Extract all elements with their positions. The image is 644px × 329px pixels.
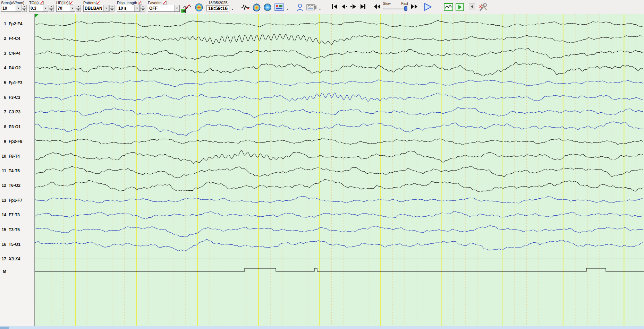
overflow-arrow-icon[interactable] [319, 9, 321, 10]
channel-label: P4-O2 [9, 66, 21, 70]
tools-button[interactable] [478, 2, 489, 12]
channel-label: T6-O2 [9, 183, 20, 188]
channel-number: 15 [0, 227, 6, 232]
horizontal-scrollbar[interactable] [0, 326, 644, 329]
channel-row[interactable]: 17X3-X4 [0, 256, 35, 262]
fast-forward-button[interactable] [409, 3, 419, 10]
spin-up-icon[interactable] [49, 5, 54, 9]
patient-info-button[interactable] [295, 2, 304, 12]
pattern-spinner[interactable] [109, 5, 115, 12]
globe-button[interactable] [263, 2, 272, 12]
pattern-value: DBLBAN [85, 6, 102, 11]
spin-up-icon[interactable] [109, 5, 115, 9]
channel-label: X3-X4 [9, 257, 20, 261]
slider-handle[interactable] [404, 6, 407, 11]
channel-row[interactable]: 10F8-T4 [0, 154, 35, 159]
tc-spinner[interactable] [49, 5, 54, 12]
edit-icon[interactable] [40, 1, 44, 5]
channel-row[interactable]: 4P4-O2 [0, 65, 35, 71]
chevron-down-icon[interactable] [103, 5, 109, 11]
channel-row[interactable]: 9Fp2-F8 [0, 139, 35, 144]
spin-down-icon[interactable] [109, 9, 115, 12]
chevron-down-icon[interactable] [70, 5, 75, 11]
spin-up-icon[interactable] [140, 5, 145, 9]
skip-to-start-button[interactable] [330, 3, 339, 10]
play-button[interactable] [422, 2, 433, 12]
chevron-down-icon[interactable] [174, 5, 179, 11]
eeg-trace-area[interactable] [35, 14, 644, 326]
channel-number: 10 [0, 154, 6, 159]
channel-row[interactable]: 2F4-C4 [0, 36, 35, 41]
spin-up-icon[interactable] [22, 5, 27, 9]
channel-row[interactable]: 6F3-C3 [0, 95, 35, 100]
tc-select[interactable]: 0.3 [29, 5, 48, 12]
rewind-button[interactable] [372, 3, 382, 10]
overflow-arrow-icon[interactable] [231, 9, 234, 10]
skip-to-start-icon [331, 3, 339, 10]
speed-slider[interactable] [383, 6, 408, 11]
channel-row[interactable]: 12T6-O2 [0, 183, 35, 188]
channel-row[interactable]: 5Fp1-F3 [0, 80, 35, 86]
chevron-down-icon[interactable] [43, 5, 48, 11]
page-back-button[interactable] [469, 3, 475, 10]
channel-row[interactable]: 8P3-O1 [0, 124, 35, 130]
head-map-button[interactable] [194, 2, 204, 12]
channel-row[interactable]: 16T5-O1 [0, 242, 35, 247]
hf-select[interactable]: 70 [56, 5, 75, 12]
current-time: 18:59:16 [206, 5, 229, 11]
channel-row[interactable]: 11T4-T6 [0, 168, 35, 174]
channel-label: P3-O1 [9, 124, 21, 129]
skip-to-end-button[interactable] [358, 3, 367, 10]
trend-view-button[interactable] [443, 2, 454, 11]
next-event-icon [350, 3, 357, 10]
next-event-button[interactable] [349, 3, 358, 10]
channel-row[interactable]: 14F7-T3 [0, 212, 35, 218]
spin-down-icon[interactable] [140, 9, 145, 12]
tc-label: TC(s) [29, 1, 39, 5]
channel-label: F8-T4 [9, 154, 20, 159]
disp-length-select[interactable]: 10 s [117, 5, 140, 12]
favorite-select[interactable]: OFF [148, 5, 180, 12]
skip-to-end-icon [359, 3, 367, 10]
channel-row[interactable]: 13Fp1-F7 [0, 198, 35, 203]
channel-row[interactable]: 1Fp2-F4 [0, 21, 35, 27]
edit-icon[interactable] [138, 1, 142, 5]
channel-label: T4-T6 [9, 168, 20, 173]
disp-length-spinner[interactable] [140, 5, 145, 12]
previous-event-button[interactable] [339, 3, 349, 10]
montage-view-button[interactable] [274, 2, 285, 11]
channel-number: 6 [0, 95, 6, 100]
sens-spinner[interactable] [22, 5, 27, 12]
edit-icon[interactable] [163, 1, 167, 5]
channel-row[interactable]: 3C4-P4 [0, 51, 35, 56]
hf-spinner[interactable] [76, 5, 81, 12]
channel-number: 5 [0, 80, 6, 85]
pattern-label: Pattern [83, 1, 95, 5]
chevron-down-icon[interactable] [16, 5, 21, 11]
spin-up-icon[interactable] [76, 5, 81, 9]
chevron-down-icon[interactable] [134, 5, 139, 11]
channel-label: Fp2-F4 [9, 21, 22, 26]
disp-length-label: Disp. length [117, 1, 137, 5]
edit-icon[interactable] [96, 1, 100, 5]
spin-down-icon[interactable] [22, 9, 27, 12]
channel-number: 4 [0, 66, 6, 70]
channel-row[interactable]: 15T3-T5 [0, 227, 35, 233]
sens-select[interactable]: 10 [1, 5, 21, 12]
topo-map-button[interactable] [252, 2, 261, 12]
channel-number: 17 [0, 257, 6, 261]
single-trace-button[interactable] [240, 2, 250, 11]
video-button[interactable] [306, 2, 317, 12]
notch-filter-button[interactable]: 50 [182, 2, 193, 11]
waveform-icon [241, 3, 250, 10]
spin-down-icon[interactable] [76, 9, 81, 12]
spin-down-icon[interactable] [49, 9, 54, 12]
pattern-select[interactable]: DBLBAN [83, 5, 109, 12]
edit-icon[interactable] [69, 1, 73, 5]
overflow-arrow-icon[interactable] [286, 9, 288, 10]
channel-row[interactable]: M [0, 269, 35, 274]
channel-row[interactable]: 7C3-P3 [0, 109, 35, 115]
auto-scroll-button[interactable] [455, 2, 465, 11]
scrollbar-thumb[interactable] [0, 327, 9, 329]
montage-view-icon [274, 3, 284, 11]
